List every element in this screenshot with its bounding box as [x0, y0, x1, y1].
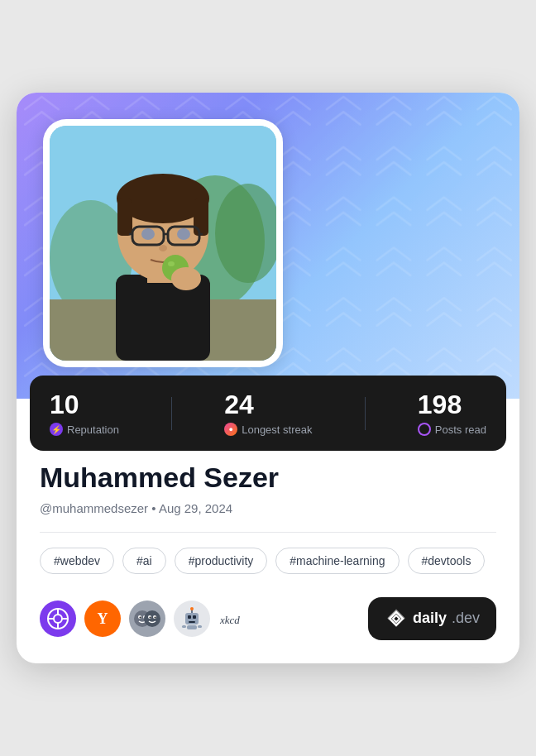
svg-rect-10	[117, 199, 132, 236]
svg-rect-46	[187, 625, 197, 629]
svg-point-33	[140, 616, 141, 618]
reputation-stat: 10 ⚡ Reputation	[50, 390, 119, 436]
posts-icon	[418, 423, 431, 436]
avatar-image	[50, 126, 276, 361]
streak-value: 24	[224, 390, 254, 419]
svg-rect-6	[116, 275, 210, 361]
badge-ghost-faces[interactable]	[129, 600, 165, 637]
svg-rect-47	[182, 625, 186, 628]
svg-point-39	[155, 616, 156, 618]
badge-xkcd[interactable]: xkcd	[218, 600, 260, 637]
tag-webdev[interactable]: #webdev	[40, 548, 114, 574]
avatar	[50, 126, 276, 361]
svg-rect-42	[193, 615, 196, 619]
user-name: Muhammed Sezer	[40, 461, 496, 495]
divider	[40, 532, 496, 533]
tag-machine-learning[interactable]: #machine-learning	[275, 548, 399, 574]
reputation-label: ⚡ Reputation	[50, 423, 119, 436]
badge-yc[interactable]: Y	[84, 600, 121, 637]
brand-suffix: .dev	[452, 610, 480, 627]
svg-rect-11	[194, 199, 208, 236]
daily-dev-logo-icon	[385, 607, 408, 630]
svg-text:xkcd: xkcd	[219, 614, 240, 626]
achievement-badges: Y	[40, 600, 260, 637]
stat-divider-2	[365, 397, 366, 430]
reputation-icon: ⚡	[50, 423, 63, 436]
svg-point-45	[190, 607, 194, 610]
svg-point-21	[168, 261, 175, 266]
svg-rect-43	[189, 621, 195, 623]
svg-point-22	[171, 267, 201, 290]
brand-logo: daily.dev	[385, 607, 480, 630]
svg-rect-48	[198, 625, 202, 628]
svg-point-19	[159, 245, 167, 251]
profile-card: 10 ⚡ Reputation 24 ● Longest streak 198 …	[17, 93, 519, 663]
tag-productivity[interactable]: #productivity	[175, 548, 268, 574]
reputation-value: 10	[50, 390, 79, 419]
stats-bar: 10 ⚡ Reputation 24 ● Longest streak 198 …	[30, 376, 506, 451]
hero-section	[17, 93, 519, 399]
svg-point-18	[177, 228, 190, 240]
svg-point-35	[144, 610, 160, 627]
badge-hackernoon[interactable]	[40, 600, 76, 637]
badge-dev-mascot[interactable]	[174, 600, 210, 637]
brand-name: daily	[413, 610, 447, 627]
daily-dev-branding[interactable]: daily.dev	[368, 597, 496, 640]
stat-divider-1	[171, 397, 172, 430]
posts-value: 198	[418, 390, 462, 419]
streak-icon: ●	[224, 423, 237, 436]
tag-ai[interactable]: #ai	[122, 548, 166, 574]
tag-devtools[interactable]: #devtools	[408, 548, 486, 574]
svg-point-38	[150, 616, 151, 618]
posts-label: Posts read	[418, 423, 486, 436]
svg-text:Y: Y	[98, 610, 108, 627]
posts-stat: 198 Posts read	[418, 390, 486, 436]
svg-point-24	[54, 615, 62, 623]
streak-label: ● Longest streak	[224, 423, 312, 436]
profile-content: Muhammed Sezer @muhammedsezer • Aug 29, …	[17, 457, 519, 663]
avatar-wrapper	[43, 119, 283, 367]
meta-separator: •	[151, 501, 159, 515]
tags-container: #webdev #ai #productivity #machine-learn…	[40, 548, 496, 574]
svg-point-17	[141, 228, 155, 240]
join-date: Aug 29, 2024	[159, 501, 232, 515]
bottom-row: Y	[40, 597, 496, 640]
user-meta: @muhammedsezer • Aug 29, 2024	[40, 501, 496, 515]
svg-rect-41	[188, 615, 191, 619]
user-handle: @muhammedsezer	[40, 501, 148, 515]
streak-stat: 24 ● Longest streak	[224, 390, 312, 436]
